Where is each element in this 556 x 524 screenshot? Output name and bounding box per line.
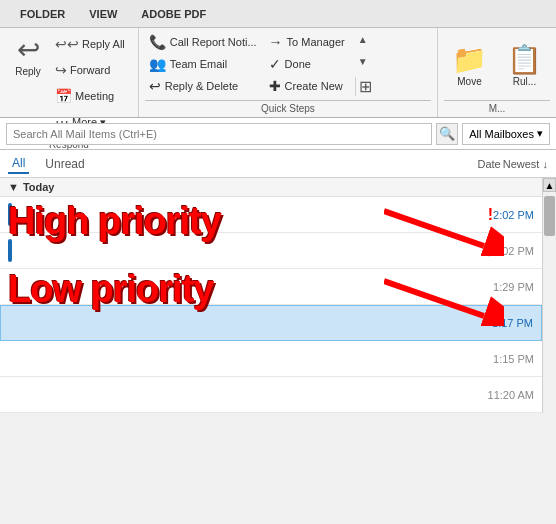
qs-column-2: → To Manager ✓ Done ✚ Create New xyxy=(265,32,349,98)
search-icon: 🔍 xyxy=(439,126,455,141)
today-section-header: ▼ Today xyxy=(0,178,542,197)
mail-item-4-left xyxy=(9,312,15,334)
qs-team-email-label: Team Email xyxy=(170,58,227,70)
rule-button[interactable]: 📋 Rul... xyxy=(499,32,550,98)
qs-done-icon: ✓ xyxy=(269,56,281,72)
qs-create-new-label: Create New xyxy=(285,80,343,92)
ribbon: ↩ Reply ↩↩ Reply All ↪ Forward xyxy=(0,28,556,118)
forward-label: Forward xyxy=(70,64,110,76)
unread-indicator-1 xyxy=(8,203,12,226)
forward-button[interactable]: ↪ Forward xyxy=(50,58,130,82)
qs-item-reply-delete[interactable]: ↩ Reply & Delete xyxy=(145,76,261,96)
scroll-up-button[interactable]: ▲ xyxy=(543,178,556,192)
qs-reply-delete-label: Reply & Delete xyxy=(165,80,238,92)
mail-item-6-left xyxy=(8,383,14,406)
ribbon-tabs: FOLDER VIEW ADOBE PDF xyxy=(0,0,556,28)
move-icon: 📁 xyxy=(452,43,487,76)
qs-reply-delete-icon: ↩ xyxy=(149,78,161,94)
mail-item-4-time: 1:17 PM xyxy=(492,317,533,329)
qs-scroll-down[interactable]: ▼ xyxy=(355,56,375,67)
move-button[interactable]: 📁 Move xyxy=(444,32,495,98)
tab-unread[interactable]: Unread xyxy=(41,155,88,173)
rule-label: Rul... xyxy=(513,76,536,87)
mail-item-3-time: 1:29 PM xyxy=(493,281,534,293)
mail-list-header: All Unread Date Newest ↓ xyxy=(0,150,556,178)
mail-item-3-left xyxy=(8,275,14,298)
mail-list-content: ▼ Today ! 2:02 PM ↓ 2:02 PM xyxy=(0,178,542,413)
mail-item-5[interactable]: 1:15 PM xyxy=(0,341,542,377)
qs-done-label: Done xyxy=(285,58,311,70)
section-label: Today xyxy=(23,181,55,193)
tab-folder[interactable]: FOLDER xyxy=(8,0,77,27)
scroll-thumb[interactable] xyxy=(544,196,555,236)
mail-item-3[interactable]: 1:29 PM xyxy=(0,269,542,305)
mail-item-5-time: 1:15 PM xyxy=(493,353,534,365)
unread-indicator-2 xyxy=(8,239,12,262)
mail-item-4[interactable]: 1:17 PM xyxy=(0,305,542,341)
reply-label: Reply xyxy=(15,66,41,77)
mail-item-6-time: 11:20 AM xyxy=(488,389,534,401)
mail-item-2-time: 2:02 PM xyxy=(493,245,534,257)
quicksteps-group-label: Quick Steps xyxy=(145,100,431,117)
sort-label: Date xyxy=(478,158,501,170)
rule-icon: 📋 xyxy=(507,43,542,76)
qs-call-report-icon: 📞 xyxy=(149,34,166,50)
qs-expand-button[interactable]: ⊞ xyxy=(355,77,375,96)
qs-item-to-manager[interactable]: → To Manager xyxy=(265,32,349,52)
meeting-label: Meeting xyxy=(75,90,114,102)
mail-item-1-time: 2:02 PM xyxy=(493,209,534,221)
mail-item-1[interactable]: ! 2:02 PM xyxy=(0,197,542,233)
tab-all[interactable]: All xyxy=(8,154,29,174)
forward-icon: ↪ xyxy=(55,62,67,78)
reply-all-button[interactable]: ↩↩ Reply All xyxy=(50,32,130,56)
mail-item-1-left xyxy=(8,203,14,226)
qs-item-team-email[interactable]: 👥 Team Email xyxy=(145,54,261,74)
sort-order: Newest ↓ xyxy=(503,158,548,170)
mailboxes-label: All Mailboxes xyxy=(469,128,534,140)
mail-item-2-left xyxy=(8,239,14,262)
reply-all-label: Reply All xyxy=(82,38,125,50)
quicksteps-content: 📞 Call Report Noti... 👥 Team Email ↩ Rep… xyxy=(145,32,431,98)
qs-item-done[interactable]: ✓ Done xyxy=(265,54,349,74)
qs-item-create-new[interactable]: ✚ Create New xyxy=(265,76,349,96)
mail-item-2[interactable]: ↓ 2:02 PM xyxy=(0,233,542,269)
search-input[interactable] xyxy=(6,123,432,145)
priority-low-icon-2: ↓ xyxy=(485,242,493,260)
tab-adobe-pdf[interactable]: ADOBE PDF xyxy=(129,0,218,27)
mail-item-5-left xyxy=(8,347,14,370)
mail-sort[interactable]: Date Newest ↓ xyxy=(478,158,549,170)
mailboxes-dropdown[interactable]: All Mailboxes ▾ xyxy=(462,123,550,145)
respond-group: ↩ Reply ↩↩ Reply All ↪ Forward xyxy=(0,28,139,117)
qs-call-report-label: Call Report Noti... xyxy=(170,36,257,48)
qs-create-new-icon: ✚ xyxy=(269,78,281,94)
qs-column-1: 📞 Call Report Noti... 👥 Team Email ↩ Rep… xyxy=(145,32,261,98)
reply-all-icon: ↩↩ xyxy=(55,36,79,52)
quicksteps-group: 📞 Call Report Noti... 👥 Team Email ↩ Rep… xyxy=(139,28,438,117)
qs-to-manager-icon: → xyxy=(269,34,283,50)
meeting-button[interactable]: 📅 Meeting xyxy=(50,84,130,108)
qs-scroll-up[interactable]: ▲ xyxy=(355,34,375,45)
respond-group-content: ↩ Reply ↩↩ Reply All ↪ Forward xyxy=(8,32,130,134)
mail-list: ▼ Today ! 2:02 PM ↓ 2:02 PM xyxy=(0,178,556,413)
scrollbar[interactable]: ▲ xyxy=(542,178,556,413)
mail-item-6[interactable]: 11:20 AM xyxy=(0,377,542,413)
move-group-label: M... xyxy=(444,100,550,117)
qs-team-email-icon: 👥 xyxy=(149,56,166,72)
reply-icon: ↩ xyxy=(17,36,40,64)
reply-button[interactable]: ↩ Reply xyxy=(8,32,48,98)
meeting-icon: 📅 xyxy=(55,88,72,104)
search-button[interactable]: 🔍 xyxy=(436,123,458,145)
mail-list-inner: ▼ Today ! 2:02 PM ↓ 2:02 PM xyxy=(0,178,542,413)
move-label: Move xyxy=(457,76,481,87)
qs-to-manager-label: To Manager xyxy=(287,36,345,48)
move-group-content: 📁 Move 📋 Rul... xyxy=(444,32,550,98)
tab-view[interactable]: VIEW xyxy=(77,0,129,27)
qs-item-call-report[interactable]: 📞 Call Report Noti... xyxy=(145,32,261,52)
reply-all-forward-stack: ↩↩ Reply All ↪ Forward 📅 Meeting xyxy=(50,32,130,134)
move-group: 📁 Move 📋 Rul... M... xyxy=(438,28,556,117)
qs-controls: ▲ ▼ ⊞ xyxy=(353,32,377,98)
mailboxes-dropdown-arrow: ▾ xyxy=(537,127,543,140)
section-collapse-icon[interactable]: ▼ xyxy=(8,181,19,193)
